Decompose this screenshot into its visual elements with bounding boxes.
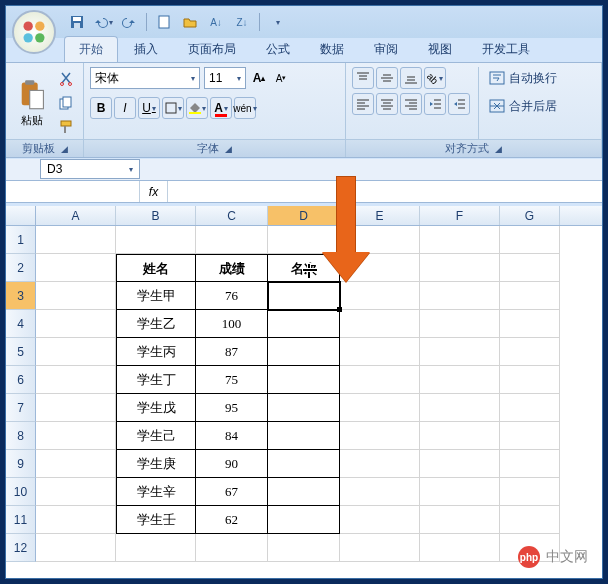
font-launcher[interactable]: ◢ <box>225 144 232 154</box>
cell[interactable] <box>420 226 500 254</box>
cell[interactable] <box>36 506 116 534</box>
cell[interactable]: 学生壬 <box>116 506 196 534</box>
cell[interactable] <box>268 282 340 310</box>
qat-sort-desc-button[interactable]: Z↓ <box>231 11 253 33</box>
cell[interactable]: 学生乙 <box>116 310 196 338</box>
cell[interactable] <box>340 422 420 450</box>
cell[interactable] <box>500 450 560 478</box>
qat-new-button[interactable] <box>153 11 175 33</box>
font-size-combo[interactable]: 11▾ <box>204 67 246 89</box>
align-middle-button[interactable] <box>376 67 398 89</box>
align-bottom-button[interactable] <box>400 67 422 89</box>
cell[interactable] <box>340 394 420 422</box>
fill-color-button[interactable]: ▾ <box>186 97 208 119</box>
cell[interactable] <box>196 534 268 562</box>
cell[interactable] <box>36 534 116 562</box>
cell[interactable] <box>36 422 116 450</box>
cell[interactable] <box>340 478 420 506</box>
tab-developer[interactable]: 开发工具 <box>468 37 544 62</box>
cell[interactable] <box>420 338 500 366</box>
col-header-B[interactable]: B <box>116 206 196 225</box>
tab-insert[interactable]: 插入 <box>120 37 172 62</box>
cell[interactable]: 学生辛 <box>116 478 196 506</box>
cell[interactable] <box>268 366 340 394</box>
cell[interactable]: 100 <box>196 310 268 338</box>
cell[interactable] <box>36 478 116 506</box>
cell[interactable] <box>420 422 500 450</box>
cell[interactable] <box>340 282 420 310</box>
clipboard-launcher[interactable]: ◢ <box>61 144 68 154</box>
cell[interactable] <box>500 506 560 534</box>
cell[interactable] <box>36 226 116 254</box>
select-all-corner[interactable] <box>6 206 36 225</box>
col-header-G[interactable]: G <box>500 206 560 225</box>
grow-font-button[interactable]: A▴ <box>250 67 268 89</box>
cell[interactable]: 学生丁 <box>116 366 196 394</box>
font-color-button[interactable]: A▾ <box>210 97 232 119</box>
undo-button[interactable]: ▾ <box>92 11 114 33</box>
cell[interactable] <box>340 534 420 562</box>
cell[interactable]: 学生己 <box>116 422 196 450</box>
cell[interactable] <box>500 254 560 282</box>
cell[interactable] <box>500 282 560 310</box>
align-left-button[interactable] <box>352 93 374 115</box>
row-header-10[interactable]: 10 <box>6 478 36 506</box>
cell[interactable]: 姓名 <box>116 254 196 282</box>
cell[interactable] <box>36 310 116 338</box>
cell[interactable] <box>36 450 116 478</box>
row-header-8[interactable]: 8 <box>6 422 36 450</box>
row-header-11[interactable]: 11 <box>6 506 36 534</box>
cut-button[interactable] <box>55 68 77 90</box>
cell[interactable]: 学生丙 <box>116 338 196 366</box>
cell[interactable] <box>116 226 196 254</box>
row-header-1[interactable]: 1 <box>6 226 36 254</box>
cell[interactable] <box>420 506 500 534</box>
cell[interactable]: 成绩 <box>196 254 268 282</box>
worksheet-grid[interactable]: A B C D E F G 12姓名成绩名次3学生甲764学生乙1005学生丙8… <box>6 206 602 578</box>
cell[interactable] <box>500 422 560 450</box>
cell[interactable] <box>420 366 500 394</box>
col-header-D[interactable]: D <box>268 206 340 225</box>
tab-home[interactable]: 开始 <box>64 36 118 62</box>
office-button[interactable] <box>12 10 56 54</box>
qat-open-button[interactable] <box>179 11 201 33</box>
cell[interactable] <box>268 450 340 478</box>
qat-sort-asc-button[interactable]: A↓ <box>205 11 227 33</box>
font-name-combo[interactable]: 宋体▾ <box>90 67 200 89</box>
cell[interactable]: 75 <box>196 366 268 394</box>
cell[interactable] <box>500 478 560 506</box>
cell[interactable]: 76 <box>196 282 268 310</box>
redo-button[interactable] <box>118 11 140 33</box>
cell[interactable] <box>500 338 560 366</box>
cell[interactable] <box>36 366 116 394</box>
cell[interactable]: 84 <box>196 422 268 450</box>
paste-button[interactable]: 粘贴 <box>12 67 51 139</box>
cell[interactable] <box>268 226 340 254</box>
align-top-button[interactable] <box>352 67 374 89</box>
row-header-3[interactable]: 3 <box>6 282 36 310</box>
cell[interactable] <box>36 338 116 366</box>
border-button[interactable]: ▾ <box>162 97 184 119</box>
cell[interactable] <box>340 366 420 394</box>
shrink-font-button[interactable]: A▾ <box>272 67 290 89</box>
increase-indent-button[interactable] <box>448 93 470 115</box>
cell[interactable]: 87 <box>196 338 268 366</box>
col-header-C[interactable]: C <box>196 206 268 225</box>
cell[interactable] <box>500 310 560 338</box>
row-header-4[interactable]: 4 <box>6 310 36 338</box>
cell[interactable] <box>268 394 340 422</box>
cell[interactable] <box>340 506 420 534</box>
tab-formulas[interactable]: 公式 <box>252 37 304 62</box>
cell[interactable] <box>196 226 268 254</box>
phonetic-button[interactable]: wén▾ <box>234 97 256 119</box>
tab-page-layout[interactable]: 页面布局 <box>174 37 250 62</box>
cell[interactable] <box>340 450 420 478</box>
align-center-button[interactable] <box>376 93 398 115</box>
cell[interactable] <box>116 534 196 562</box>
name-box[interactable]: D3▾ <box>40 159 140 179</box>
row-header-5[interactable]: 5 <box>6 338 36 366</box>
align-right-button[interactable] <box>400 93 422 115</box>
row-header-9[interactable]: 9 <box>6 450 36 478</box>
underline-button[interactable]: U▾ <box>138 97 160 119</box>
cell[interactable] <box>420 310 500 338</box>
